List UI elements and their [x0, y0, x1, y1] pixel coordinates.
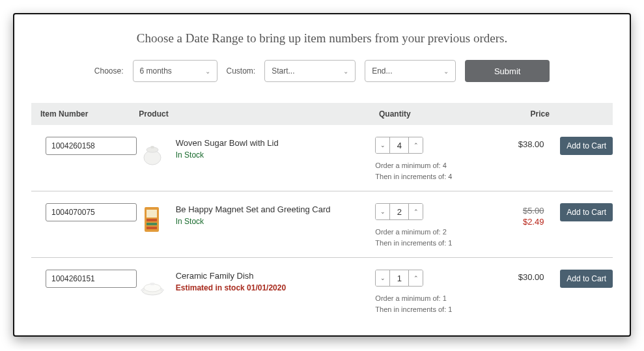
choose-select[interactable]: 6 months ⌄ [133, 60, 217, 82]
choose-label: Choose: [94, 66, 124, 76]
original-price: $5.00 [482, 206, 544, 216]
filter-bar: Choose: 6 months ⌄ Custom: Start... ⌄ En… [31, 60, 613, 82]
quantity-cell: ⌄2⌃Order a minimum of: 2Then in incremen… [375, 203, 481, 248]
product-thumbnail [138, 270, 167, 302]
product-thumbnail [138, 137, 167, 169]
price-cell: $30.00 [482, 270, 544, 282]
qty-increment-button[interactable]: ⌃ [408, 270, 423, 286]
product-name: Ceramic Family Dish [176, 271, 286, 281]
header-action [550, 109, 613, 119]
start-date-select[interactable]: Start... ⌄ [264, 60, 356, 82]
product-cell: Ceramic Family DishEstimated in stock 01… [138, 270, 376, 302]
choose-select-value: 6 months [140, 66, 172, 76]
price-cell: $38.00 [482, 137, 544, 149]
price-cell: $5.00$2.49 [482, 203, 544, 227]
table-row: Be Happy Magnet Set and Greeting CardIn … [31, 191, 613, 258]
quantity-cell: ⌄1⌃Order a minimum of: 1Then in incremen… [375, 270, 481, 315]
table-header: Item Number Product Quantity Price [31, 103, 613, 125]
chevron-down-icon: ⌄ [343, 68, 348, 75]
quantity-stepper: ⌄1⌃ [375, 270, 423, 287]
header-qty: Quantity [379, 109, 486, 119]
product-thumbnail [138, 203, 167, 236]
sale-price: $2.49 [482, 217, 544, 227]
qty-note: Order a minimum of: 4Then in increments … [375, 160, 481, 182]
chevron-down-icon: ⌄ [443, 68, 449, 75]
order-window: Choose a Date Range to bring up item num… [13, 13, 631, 337]
table-row: Ceramic Family DishEstimated in stock 01… [31, 258, 613, 324]
header-price: Price [486, 109, 550, 119]
product-name: Be Happy Magnet Set and Greeting Card [176, 204, 331, 214]
qty-increment-button[interactable]: ⌃ [408, 137, 423, 153]
qty-note: Order a minimum of: 2Then in increments … [375, 227, 481, 248]
add-to-cart-button[interactable]: Add to Cart [560, 270, 613, 288]
item-number-input[interactable] [46, 203, 137, 221]
page-title: Choose a Date Range to bring up item num… [31, 31, 613, 46]
table-body: Woven Sugar Bowl with LidIn Stock⌄4⌃Orde… [31, 125, 613, 324]
end-date-select[interactable]: End... ⌄ [365, 60, 456, 82]
qty-value: 4 [390, 137, 408, 153]
quantity-stepper: ⌄4⌃ [375, 137, 423, 154]
qty-note: Order a minimum of: 1Then in increments … [375, 293, 481, 315]
qty-increment-button[interactable]: ⌃ [408, 204, 423, 219]
qty-decrement-button[interactable]: ⌄ [376, 204, 390, 219]
stock-status: In Stock [176, 217, 331, 226]
qty-decrement-button[interactable]: ⌄ [376, 137, 390, 153]
quantity-cell: ⌄4⌃Order a minimum of: 4Then in incremen… [375, 137, 481, 182]
chevron-down-icon: ⌄ [205, 68, 210, 75]
qty-decrement-button[interactable]: ⌄ [376, 270, 390, 286]
submit-button[interactable]: Submit [465, 60, 550, 82]
add-to-cart-button[interactable]: Add to Cart [560, 137, 613, 155]
header-item: Item Number [31, 109, 139, 119]
product-cell: Woven Sugar Bowl with LidIn Stock [138, 137, 376, 169]
item-number-input[interactable] [46, 270, 137, 288]
quantity-stepper: ⌄2⌃ [375, 203, 423, 220]
qty-value: 2 [390, 204, 408, 219]
item-number-input[interactable] [46, 137, 137, 155]
stock-status: In Stock [176, 150, 279, 160]
product-name: Woven Sugar Bowl with Lid [176, 138, 279, 148]
product-cell: Be Happy Magnet Set and Greeting CardIn … [138, 203, 376, 236]
end-date-placeholder: End... [372, 66, 392, 76]
table-row: Woven Sugar Bowl with LidIn Stock⌄4⌃Orde… [31, 125, 613, 191]
qty-value: 1 [390, 270, 408, 286]
add-to-cart-button[interactable]: Add to Cart [560, 203, 613, 221]
custom-label: Custom: [227, 66, 256, 76]
stock-status: Estimated in stock 01/01/2020 [176, 283, 286, 292]
header-product: Product [139, 109, 379, 119]
start-date-placeholder: Start... [272, 66, 294, 76]
